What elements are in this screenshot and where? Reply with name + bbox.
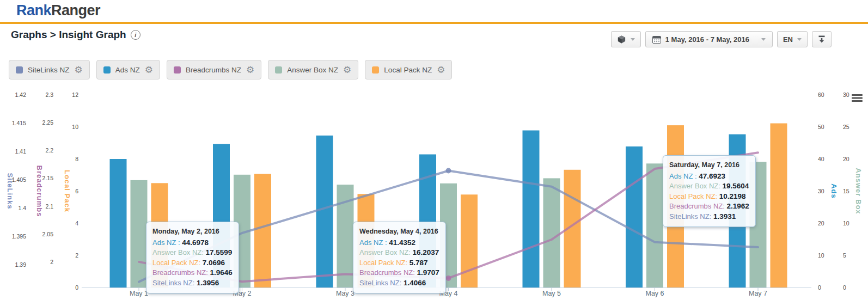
axis-tick-label-sitelinks: 1.4 [18,205,26,211]
bar-answer-box-nz-may-5[interactable] [543,178,560,287]
bar-ads-nz-may-3[interactable] [316,136,333,287]
axis-tick-label-sitelinks: 1.395 [12,233,26,240]
x-axis-label-may-6: May 6 [645,290,664,297]
marker-breadcrumbs-nz-may-4[interactable] [446,276,451,281]
axis-tick-label-ads: 30 [818,188,824,194]
bar-answer-box-nz-may-4[interactable] [440,183,457,287]
bar-answer-box-nz-may-6[interactable] [646,163,663,287]
x-axis-label-may-3: May 3 [336,290,354,297]
axis-tick-label-ads: 10 [818,252,824,259]
axis-tick-label-sitelinks: 1.42 [15,91,27,98]
bar-local-pack-nz-may-3[interactable] [358,194,375,287]
axis-tick-label-ads: 0 [818,284,821,291]
axis-tick-label-local-pack: 12 [72,91,78,98]
axis-tick-label-answer-box: 10 [843,220,849,227]
axis-tick-label-ads: 40 [818,156,824,162]
axis-tick-label-breadcrumbs: 2.05 [42,231,54,237]
axis-tick-label-local-pack: 8 [75,156,78,162]
marker-sitelinks-nz-may-4[interactable] [446,168,451,174]
axis-tick-label-breadcrumbs: 2.3 [45,91,53,98]
axis-tick-label-local-pack: 4 [75,220,78,227]
bar-ads-nz-may-5[interactable] [523,131,540,288]
bar-answer-box-nz-may-7[interactable] [750,162,767,287]
axis-tick-label-breadcrumbs: 2.2 [45,147,53,154]
bar-answer-box-nz-may-1[interactable] [131,180,148,287]
bar-ads-nz-may-1[interactable] [110,159,127,287]
x-axis-label-may-5: May 5 [542,290,561,297]
axis-tick-label-ads: 20 [818,220,824,227]
axis-title-local-pack: Local Pack [63,170,71,212]
axis-tick-label-local-pack: 0 [75,284,78,291]
app-window: RankRanger Graphs > Insight Graph i [0,0,868,306]
x-axis-label-may-1: May 1 [130,290,148,297]
axis-tick-label-local-pack: 6 [75,188,78,194]
bar-local-pack-nz-may-6[interactable] [667,125,684,287]
axis-tick-label-breadcrumbs: 2 [50,259,53,265]
axis-tick-label-local-pack: 10 [72,124,78,130]
axis-tick-label-sitelinks: 1.415 [12,120,26,126]
axis-tick-label-answer-box: 15 [843,188,849,194]
axis-tick-label-ads: 50 [818,124,824,130]
menu-icon[interactable] [852,94,863,102]
axis-tick-label-ads: 60 [818,91,824,98]
x-axis-label-may-2: May 2 [233,290,251,297]
axis-tick-label-local-pack: 2 [75,252,78,259]
axis-tick-label-breadcrumbs: 2.25 [42,119,54,126]
x-axis-label-may-4: May 4 [439,290,457,297]
axis-tick-label-answer-box: 30 [843,91,849,98]
axis-title-breadcrumbs: Breadcrumbs [35,166,44,217]
axis-tick-label-answer-box: 5 [843,252,846,259]
bar-ads-nz-may-6[interactable] [626,146,643,287]
bar-ads-nz-may-2[interactable] [213,144,230,287]
axis-tick-label-answer-box: 25 [843,124,849,130]
bar-local-pack-nz-may-7[interactable] [771,124,787,288]
axis-tick-label-answer-box: 0 [843,284,846,291]
axis-tick-label-breadcrumbs: 2.1 [45,203,53,210]
axis-tick-label-sitelinks: 1.39 [15,261,27,268]
axis-title-sitelinks: SiteLinks [6,173,14,210]
bar-local-pack-nz-may-2[interactable] [254,174,271,287]
axis-title-ads: Ads [830,183,838,199]
axis-title-answer-box: Answer Box [854,168,863,214]
axis-tick-label-sitelinks: 1.41 [15,148,27,155]
x-axis-label-may-7: May 7 [749,290,767,297]
chart-canvas: 1.421.4151.411.4051.41.3951.39SiteLinks2… [0,0,868,306]
axis-tick-label-answer-box: 20 [843,156,849,162]
